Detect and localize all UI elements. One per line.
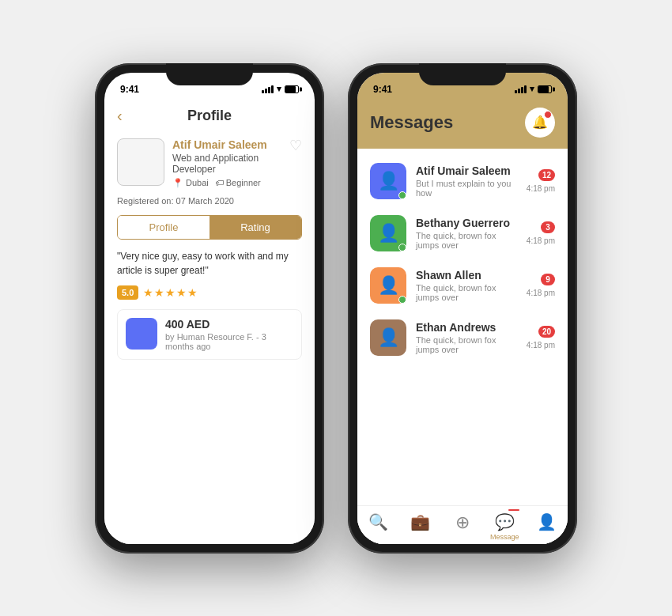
profile-icon: 👤 [537, 512, 557, 531]
nav-jobs[interactable]: 💼 [399, 512, 441, 541]
user-name: Atif Umair Saleem [172, 138, 281, 151]
message-meta-2: 9 4:18 pm [527, 274, 555, 297]
message-name-1: Bethany Guerrero [416, 217, 517, 229]
message-badge-3: 20 [538, 326, 555, 338]
tab-profile[interactable]: Profile [118, 216, 210, 239]
online-indicator-0 [398, 191, 406, 199]
avatar-icon-3: 👤 [378, 327, 399, 348]
wifi-icon: ▾ [277, 84, 281, 94]
avatar-icon-1: 👤 [378, 223, 399, 244]
message-preview-0: But I must explain to you how [416, 179, 517, 198]
status-time: 9:41 [373, 84, 392, 95]
message-preview-2: The quick, brown fox jumps over [416, 283, 517, 302]
back-button[interactable]: ‹ [117, 107, 123, 125]
message-item-0[interactable]: 👤 Atif Umair Saleem But I must explain t… [357, 155, 568, 207]
profile-screen: 9:41 ▾ ‹ Profile [104, 73, 315, 544]
stars: ★★★★★ [143, 286, 198, 299]
message-name-2: Shawn Allen [416, 269, 517, 282]
location-pin-icon: 📍 [172, 178, 183, 188]
nav-search[interactable]: 🔍 [357, 512, 399, 541]
wifi-icon: ▾ [530, 84, 534, 94]
level-text: Beginner [226, 178, 261, 187]
search-icon: 🔍 [368, 512, 388, 531]
registered-text: Registered on: 07 March 2020 [104, 196, 315, 215]
message-time-0: 4:18 pm [527, 184, 555, 193]
message-badge-2: 9 [541, 274, 555, 285]
messages-screen: 9:41 ▾ Messages 🔔 [357, 73, 568, 544]
nav-add[interactable]: ⊕ [441, 512, 483, 541]
review-section: "Very nice guy, easy to work with and my… [104, 249, 315, 544]
message-badge-1: 3 [541, 221, 555, 233]
review-by: by Human Resource F. - 3 months ago [165, 332, 293, 351]
signal-icon [262, 85, 274, 93]
message-meta-0: 12 4:18 pm [527, 169, 555, 193]
profile-header: ‹ Profile [104, 101, 315, 130]
message-item-1[interactable]: 👤 Bethany Guerrero The quick, brown fox … [357, 207, 568, 259]
rating-score: 5.0 [117, 285, 138, 300]
message-preview-3: The quick, brown fox jumps over [416, 335, 517, 354]
message-name-0: Atif Umair Saleem [416, 164, 517, 177]
review-amount: 400 AED [165, 318, 293, 331]
message-time-2: 4:18 pm [527, 289, 555, 297]
battery-icon [538, 85, 552, 93]
phone-messages: 9:41 ▾ Messages 🔔 [348, 63, 577, 554]
message-list: 👤 Atif Umair Saleem But I must explain t… [357, 149, 568, 505]
nav-messages[interactable]: 💬 Message [484, 512, 526, 541]
page-title: Profile [187, 108, 232, 124]
messages-title: Messages [370, 112, 453, 133]
notch [166, 63, 253, 85]
message-preview-1: The quick, brown fox jumps over [416, 231, 517, 250]
avatar-icon-0: 👤 [378, 171, 399, 191]
briefcase-icon: 💼 [410, 512, 430, 531]
message-avatar-0: 👤 [370, 163, 406, 199]
message-time-3: 4:18 pm [527, 341, 555, 350]
phone-profile: 9:41 ▾ ‹ Profile [95, 63, 324, 554]
message-badge-0: 12 [538, 169, 555, 181]
location-text: Dubai [186, 178, 209, 187]
status-icons: ▾ [262, 84, 299, 94]
user-role: Web and Application Developer [172, 153, 281, 175]
reviewer-avatar [126, 318, 157, 350]
online-indicator-1 [398, 244, 406, 251]
profile-card: Atif Umair Saleem Web and Application De… [104, 130, 315, 196]
status-time: 9:41 [120, 84, 139, 95]
tag-icon: 🏷 [215, 178, 224, 187]
location-item: 📍 Dubai [172, 178, 209, 188]
rating-row: 5.0 ★★★★★ [117, 285, 302, 300]
nav-profile[interactable]: 👤 [526, 512, 568, 541]
favorite-button[interactable]: ♡ [289, 137, 302, 154]
chat-icon: 💬 [495, 513, 515, 531]
message-meta-3: 20 4:18 pm [527, 326, 555, 350]
profile-content: ‹ Profile Atif Umair Saleem Web and Appl… [104, 101, 315, 544]
battery-icon [285, 85, 299, 93]
message-item-3[interactable]: 👤 Ethan Andrews The quick, brown fox jum… [357, 312, 568, 364]
bottom-navigation: 🔍 💼 ⊕ 💬 Message 👤 [357, 505, 568, 544]
notification-button[interactable]: 🔔 [525, 108, 555, 138]
level-item: 🏷 Beginner [215, 178, 261, 187]
message-body-2: Shawn Allen The quick, brown fox jumps o… [416, 269, 517, 302]
profile-info: Atif Umair Saleem Web and Application De… [172, 138, 281, 188]
message-avatar-3: 👤 [370, 319, 406, 356]
message-body-0: Atif Umair Saleem But I must explain to … [416, 164, 517, 198]
message-body-1: Bethany Guerrero The quick, brown fox ju… [416, 217, 517, 250]
avatar [117, 138, 164, 186]
add-icon: ⊕ [455, 512, 470, 533]
nav-message-label: Message [490, 533, 519, 541]
notch [419, 63, 506, 85]
profile-meta: 📍 Dubai 🏷 Beginner [172, 178, 281, 188]
message-avatar-2: 👤 [370, 267, 406, 304]
messages-content: Messages 🔔 👤 Atif Umair Saleem But I mus… [357, 101, 568, 544]
notification-dot [544, 111, 552, 119]
review-card: 400 AED by Human Resource F. - 3 months … [117, 309, 302, 360]
tab-row: Profile Rating [117, 215, 302, 240]
status-icons: ▾ [515, 84, 552, 94]
tab-rating[interactable]: Rating [210, 216, 301, 239]
avatar-icon-2: 👤 [378, 275, 399, 296]
message-item-2[interactable]: 👤 Shawn Allen The quick, brown fox jumps… [357, 259, 568, 312]
nav-message-badge [508, 509, 519, 511]
review-info: 400 AED by Human Resource F. - 3 months … [165, 318, 293, 351]
online-indicator-2 [398, 296, 406, 304]
message-name-3: Ethan Andrews [416, 321, 517, 334]
message-meta-1: 3 4:18 pm [527, 221, 555, 245]
message-body-3: Ethan Andrews The quick, brown fox jumps… [416, 321, 517, 354]
